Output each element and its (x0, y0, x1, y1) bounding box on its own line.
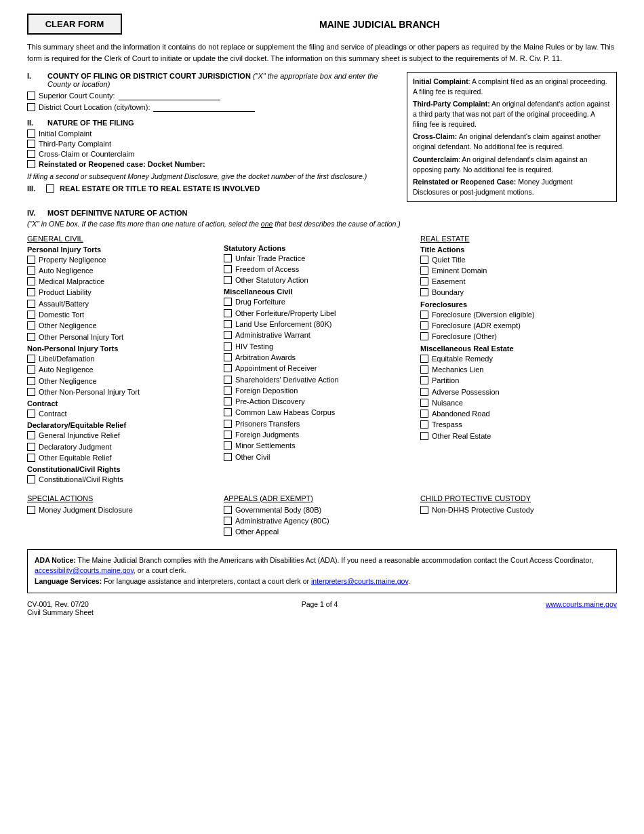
cb-gov-body: Governmental Body (80B) (224, 505, 420, 515)
def-reinstated: Reinstated or Reopened Case: Money Judgm… (413, 177, 611, 197)
non-dhhs-checkbox[interactable] (420, 506, 428, 514)
other-civil-checkbox[interactable] (224, 453, 232, 461)
partition-checkbox[interactable] (420, 376, 428, 384)
quiet-title-checkbox[interactable] (420, 256, 428, 264)
minor-settlements-checkbox[interactable] (224, 441, 232, 450)
product-liab-checkbox[interactable] (27, 288, 35, 296)
third-party-checkbox[interactable] (27, 140, 35, 148)
foreclosure-adr-checkbox[interactable] (420, 321, 428, 330)
cb-other-civil: Other Civil (224, 452, 415, 462)
language-bold: Language Services: (35, 577, 102, 585)
section-ii: II. NATURE OF THE FILING Initial Complai… (27, 119, 400, 180)
shareholders-checkbox[interactable] (224, 376, 232, 384)
arbitration-checkbox[interactable] (224, 353, 232, 361)
cb-arbitration: Arbitration Awards (224, 353, 415, 362)
clear-form-button[interactable]: CLEAR FORM (27, 14, 122, 35)
libel-checkbox[interactable] (27, 355, 35, 363)
superior-court-checkbox[interactable] (27, 92, 35, 100)
section-ii-title: NATURE OF THE FILING (47, 119, 134, 127)
district-court-checkbox[interactable] (27, 103, 35, 111)
definitions-box: Initial Complaint: A complaint filed as … (407, 72, 617, 202)
other-appeal-checkbox[interactable] (224, 528, 232, 536)
appointment-receiver-checkbox[interactable] (224, 364, 232, 372)
cb-other-neg-pi: Other Negligence (27, 321, 218, 330)
easement-checkbox[interactable] (420, 277, 428, 285)
constitutional-checkbox[interactable] (27, 475, 35, 483)
trespass-checkbox[interactable] (420, 420, 428, 429)
foreign-deposition-checkbox[interactable] (224, 386, 232, 395)
admin-agency-checkbox[interactable] (224, 517, 232, 525)
other-pi-checkbox[interactable] (27, 333, 35, 341)
mechanics-lien-checkbox[interactable] (420, 365, 428, 374)
equitable-remedy-checkbox[interactable] (420, 355, 428, 363)
cb-shareholders: Shareholders' Derivative Action (224, 375, 415, 384)
hiv-testing-checkbox[interactable] (224, 342, 232, 351)
footer-link[interactable]: www.courts.maine.gov (546, 600, 617, 608)
child-protective-col: CHILD PROTECTIVE CUSTODY Non-DHHS Protec… (420, 494, 617, 538)
nuisance-checkbox[interactable] (420, 399, 428, 407)
money-judgment-checkbox[interactable] (27, 506, 35, 514)
ada-link2[interactable]: interpreters@courts.maine.gov (311, 577, 408, 585)
abandoned-road-checkbox[interactable] (420, 410, 428, 418)
title-actions-label: Title Actions (420, 245, 611, 254)
superior-court-field[interactable] (119, 91, 220, 100)
cb-other-pi: Other Personal Injury Tort (27, 332, 218, 342)
constitutional-label: Constitutional/Civil Rights (27, 465, 218, 473)
freedom-access-checkbox[interactable] (224, 265, 232, 273)
initial-complaint-checkbox[interactable] (27, 130, 35, 138)
cb-unfair-trade: Unfair Trade Practice (224, 254, 415, 263)
assault-checkbox[interactable] (27, 300, 35, 308)
foreclosure-other-checkbox[interactable] (420, 332, 428, 340)
cb-prisoners-transfers: Prisoners Transfers (224, 419, 415, 429)
other-statutory-checkbox[interactable] (224, 276, 232, 284)
property-neg-checkbox[interactable] (27, 256, 35, 264)
reinstated-checkbox[interactable] (27, 160, 35, 168)
drug-forfeiture-checkbox[interactable] (224, 298, 232, 306)
other-neg-pi-checkbox[interactable] (27, 321, 35, 330)
real-estate-checkbox[interactable] (46, 184, 54, 193)
district-court-field[interactable] (153, 102, 255, 112)
other-npi-checkbox[interactable] (27, 388, 35, 396)
land-use-checkbox[interactable] (224, 320, 232, 328)
cross-claim-checkbox[interactable] (27, 150, 35, 158)
domestic-tort-checkbox[interactable] (27, 311, 35, 319)
cb-mechanics-lien: Mechanics Lien (420, 365, 611, 374)
cb-equitable-remedy: Equitable Remedy (420, 354, 611, 363)
statutory-col: Statutory Actions Unfair Trade Practice … (224, 235, 420, 486)
cb-foreclosure-diversion: Foreclosure (Diversion eligible) (420, 310, 611, 319)
eminent-domain-checkbox[interactable] (420, 266, 428, 275)
boundary-checkbox[interactable] (420, 288, 428, 296)
cb-non-dhhs: Non-DHHS Protective Custody (420, 505, 617, 515)
cb-other-statutory: Other Statutory Action (224, 275, 415, 285)
auto-neg-npi-checkbox[interactable] (27, 365, 35, 374)
prisoners-transfers-checkbox[interactable] (224, 420, 232, 428)
special-actions-col: SPECIAL ACTIONS Money Judgment Disclosur… (27, 494, 224, 538)
other-forfeiture-checkbox[interactable] (224, 309, 232, 317)
unfair-trade-checkbox[interactable] (224, 254, 232, 262)
auto-neg-pi-checkbox[interactable] (27, 266, 35, 275)
footer-left-line2: Civil Summary Sheet (27, 608, 94, 616)
adverse-possession-checkbox[interactable] (420, 388, 428, 396)
gov-body-checkbox[interactable] (224, 506, 232, 514)
admin-warrant-checkbox[interactable] (224, 331, 232, 339)
cb-nuisance: Nuisance (420, 398, 611, 408)
other-equitable-checkbox[interactable] (27, 454, 35, 462)
cb-domestic-tort: Domestic Tort (27, 310, 218, 319)
ada-link1[interactable]: accessibility@courts.maine.gov (35, 566, 134, 574)
misc-real-estate-label: Miscellaneous Real Estate (420, 344, 611, 353)
cb-initial-complaint: Initial Complaint (27, 130, 400, 138)
declaratory-j-checkbox[interactable] (27, 443, 35, 451)
foreign-judgments-checkbox[interactable] (224, 431, 232, 439)
other-real-estate-checkbox[interactable] (420, 432, 428, 440)
injunctive-checkbox[interactable] (27, 431, 35, 439)
cb-other-forfeiture: Other Forfeiture/Property Libel (224, 309, 415, 318)
cb-product-liab: Product Liability (27, 287, 218, 297)
other-neg-npi-checkbox[interactable] (27, 377, 35, 385)
pre-action-checkbox[interactable] (224, 397, 232, 405)
medical-mal-checkbox[interactable] (27, 277, 35, 285)
habeas-corpus-checkbox[interactable] (224, 408, 232, 416)
cb-easement: Easement (420, 277, 611, 286)
contract-checkbox[interactable] (27, 410, 35, 418)
foreclosure-diversion-checkbox[interactable] (420, 311, 428, 319)
cb-declaratory-j: Declaratory Judgment (27, 442, 218, 452)
